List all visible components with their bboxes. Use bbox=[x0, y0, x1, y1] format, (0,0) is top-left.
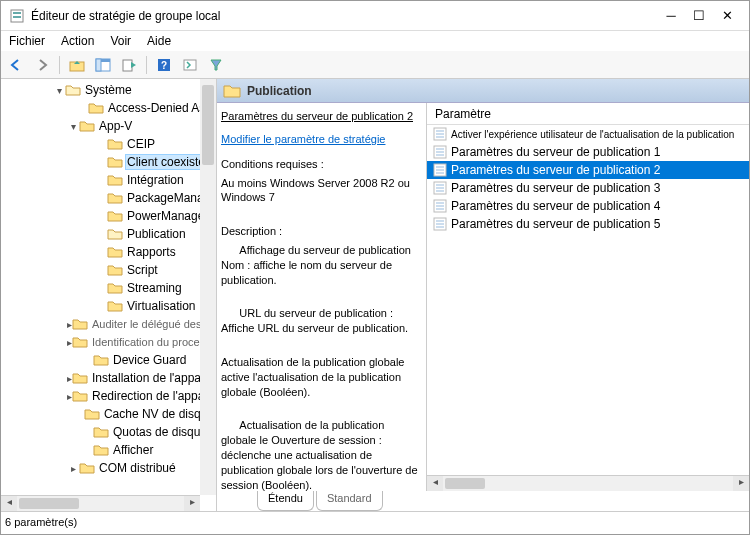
menu-file[interactable]: Fichier bbox=[5, 32, 49, 50]
list-header[interactable]: Paramètre bbox=[427, 103, 749, 125]
svg-rect-1 bbox=[13, 12, 21, 14]
requirements-label: Conditions requises : bbox=[221, 157, 422, 172]
list-row[interactable]: Paramètres du serveur de publication 1 bbox=[427, 143, 749, 161]
tree-hscroll[interactable]: ◂ ▸ bbox=[1, 495, 200, 511]
tree-label: Cache NV de disque bbox=[102, 407, 216, 421]
app-icon bbox=[9, 8, 25, 24]
folder-icon bbox=[107, 191, 123, 205]
tree-item[interactable]: Afficher bbox=[5, 441, 216, 459]
description-pane: Paramètres du serveur de publication 2 M… bbox=[217, 103, 427, 491]
folder-icon bbox=[72, 389, 88, 403]
svg-rect-6 bbox=[96, 59, 101, 71]
svg-text:?: ? bbox=[161, 60, 167, 71]
export-button[interactable] bbox=[118, 54, 140, 76]
toolbar-sep bbox=[59, 56, 60, 74]
tree-item[interactable]: CEIP bbox=[5, 135, 216, 153]
tree-vscroll-thumb[interactable] bbox=[202, 85, 214, 165]
menu-action[interactable]: Action bbox=[57, 32, 98, 50]
list-row[interactable]: Paramètres du serveur de publication 5 bbox=[427, 215, 749, 233]
tree-item[interactable]: ▸Identification du processus de capture bbox=[5, 333, 216, 351]
tree-item[interactable]: Intégration bbox=[5, 171, 216, 189]
tree-item[interactable]: Publication bbox=[5, 225, 216, 243]
tree-item[interactable]: ▸Auditer le délégué des informations bbox=[5, 315, 216, 333]
properties-button[interactable] bbox=[179, 54, 201, 76]
help-button[interactable]: ? bbox=[153, 54, 175, 76]
tree-label: Afficher bbox=[111, 443, 155, 457]
folder-icon bbox=[93, 353, 109, 367]
tree-item[interactable]: ▸COM distribué bbox=[5, 459, 216, 477]
list-row-label: Paramètres du serveur de publication 4 bbox=[451, 199, 660, 213]
tree-label: Script bbox=[125, 263, 160, 277]
list-hscroll-right[interactable]: ▸ bbox=[733, 476, 749, 491]
back-button[interactable] bbox=[5, 54, 27, 76]
tree-item[interactable]: Rapports bbox=[5, 243, 216, 261]
edit-policy-link[interactable]: Modifier le paramètre de stratégie bbox=[221, 132, 422, 147]
tree-item[interactable]: ▾App-V bbox=[5, 117, 216, 135]
view-tabs: Étendu Standard bbox=[217, 491, 749, 511]
content-header: Publication bbox=[217, 79, 749, 103]
list-row[interactable]: Paramètres du serveur de publication 2 bbox=[427, 161, 749, 179]
titlebar: Éditeur de stratégie de groupe local ─ ☐… bbox=[1, 1, 749, 31]
forward-button[interactable] bbox=[31, 54, 53, 76]
description-text-1: Affichage du serveur de publication Nom … bbox=[221, 243, 422, 288]
list-hscroll-left[interactable]: ◂ bbox=[427, 476, 443, 491]
tree-item[interactable]: Device Guard bbox=[5, 351, 216, 369]
minimize-button[interactable]: ─ bbox=[657, 6, 685, 26]
close-button[interactable]: ✕ bbox=[713, 6, 741, 26]
tree-label: Identification du processus de capture bbox=[90, 336, 217, 348]
filter-button[interactable] bbox=[205, 54, 227, 76]
expander-icon[interactable]: ▸ bbox=[67, 463, 79, 474]
folder-icon bbox=[79, 119, 95, 133]
tree-label: CEIP bbox=[125, 137, 157, 151]
hscroll-right[interactable]: ▸ bbox=[184, 496, 200, 511]
folder-icon bbox=[93, 443, 109, 457]
tree-item[interactable]: Script bbox=[5, 261, 216, 279]
tree-vscroll[interactable] bbox=[200, 79, 216, 495]
folder-icon bbox=[107, 281, 123, 295]
hscroll-left[interactable]: ◂ bbox=[1, 496, 17, 511]
list-row-label: Paramètres du serveur de publication 3 bbox=[451, 181, 660, 195]
status-text: 6 paramètre(s) bbox=[5, 516, 77, 528]
setting-icon bbox=[433, 127, 447, 141]
setting-icon bbox=[433, 145, 447, 159]
folder-icon bbox=[65, 83, 81, 97]
tree-item[interactable]: Access-Denied Assi bbox=[5, 99, 216, 117]
menu-help[interactable]: Aide bbox=[143, 32, 175, 50]
maximize-button[interactable]: ☐ bbox=[685, 6, 713, 26]
folder-icon bbox=[79, 461, 95, 475]
tree-label: App-V bbox=[97, 119, 134, 133]
tree-label: Client coexisté bbox=[125, 154, 207, 170]
tree-item[interactable]: PowerManagen bbox=[5, 207, 216, 225]
expander-icon[interactable]: ▾ bbox=[67, 121, 79, 132]
list-row-label: Activer l'expérience utilisateur de l'ac… bbox=[451, 129, 734, 140]
tab-extended[interactable]: Étendu bbox=[257, 491, 314, 511]
folder-icon bbox=[107, 137, 123, 151]
list-row[interactable]: Activer l'expérience utilisateur de l'ac… bbox=[427, 125, 749, 143]
tree-item[interactable]: Virtualisation bbox=[5, 297, 216, 315]
folder-icon bbox=[72, 317, 88, 331]
expander-icon[interactable]: ▾ bbox=[53, 85, 65, 96]
tree-label: COM distribué bbox=[97, 461, 178, 475]
hscroll-thumb[interactable] bbox=[19, 498, 79, 509]
menubar: Fichier Action Voir Aide bbox=[1, 31, 749, 51]
tree-item[interactable]: Client coexisté bbox=[5, 153, 216, 171]
tree-item[interactable]: Streaming bbox=[5, 279, 216, 297]
list-row[interactable]: Paramètres du serveur de publication 4 bbox=[427, 197, 749, 215]
tree-item-root[interactable]: ▾Système bbox=[5, 81, 216, 99]
list-hscroll[interactable]: ◂ ▸ bbox=[427, 475, 749, 491]
tree-label: Publication bbox=[125, 227, 188, 241]
tab-standard[interactable]: Standard bbox=[316, 491, 383, 511]
up-folder-button[interactable] bbox=[66, 54, 88, 76]
tree-item[interactable]: Quotas de disque bbox=[5, 423, 216, 441]
list-hscroll-thumb[interactable] bbox=[445, 478, 485, 489]
folder-icon bbox=[107, 299, 123, 313]
show-hide-tree-button[interactable] bbox=[92, 54, 114, 76]
tree-item[interactable]: ▸Redirection de l'appareil bbox=[5, 387, 216, 405]
tree-item[interactable]: PackageManag bbox=[5, 189, 216, 207]
tree-pane[interactable]: ▾SystèmeAccess-Denied Assi▾App-VCEIPClie… bbox=[1, 79, 217, 511]
menu-view[interactable]: Voir bbox=[106, 32, 135, 50]
tree-item[interactable]: ▸Installation de l'appareil bbox=[5, 369, 216, 387]
tree-item[interactable]: Cache NV de disque bbox=[5, 405, 216, 423]
list-row[interactable]: Paramètres du serveur de publication 3 bbox=[427, 179, 749, 197]
description-text-2: URL du serveur de publication : Affiche … bbox=[221, 306, 422, 336]
